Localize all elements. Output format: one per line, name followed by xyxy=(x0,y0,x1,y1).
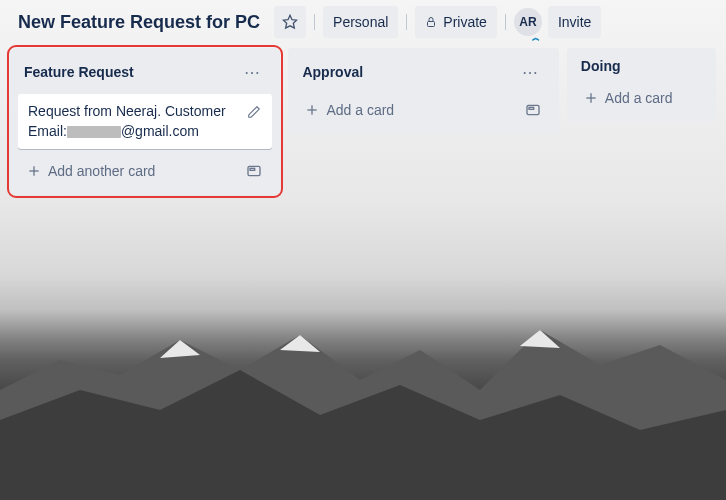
board-title[interactable]: New Feature Request for PC xyxy=(10,10,268,35)
add-card-label: Add a card xyxy=(605,90,673,106)
list-footer: Add a card xyxy=(296,94,550,126)
privacy-button[interactable]: Private xyxy=(415,6,497,38)
avatar-initials: AR xyxy=(519,15,536,29)
separator xyxy=(505,14,506,30)
edit-card-button[interactable] xyxy=(242,100,266,124)
list-header: Feature Request ⋯ xyxy=(18,56,272,88)
add-card-label: Add a card xyxy=(326,102,394,118)
separator xyxy=(314,14,315,30)
workspace-visibility-button[interactable]: Personal xyxy=(323,6,398,38)
plus-icon xyxy=(304,102,320,118)
card[interactable]: Request from Neeraj. Customer Email:@gma… xyxy=(18,94,272,149)
list-menu-button[interactable]: ⋯ xyxy=(517,58,545,86)
svg-rect-9 xyxy=(529,107,534,109)
add-card-button[interactable]: Add a card xyxy=(302,98,520,122)
add-card-button[interactable]: Add another card xyxy=(24,159,242,183)
pencil-icon xyxy=(247,105,261,119)
star-button[interactable] xyxy=(274,6,306,38)
list-title[interactable]: Approval xyxy=(302,64,516,80)
list-approval: Approval ⋯ Add a card xyxy=(288,48,558,134)
list-feature-request: Feature Request ⋯ Request from Neeraj. C… xyxy=(10,48,280,195)
plus-icon xyxy=(26,163,42,179)
template-icon xyxy=(525,102,541,118)
background-image xyxy=(0,300,726,500)
svg-marker-0 xyxy=(283,15,296,28)
member-avatar[interactable]: AR ︽ xyxy=(514,8,542,36)
add-card-button[interactable]: Add a card xyxy=(581,86,702,110)
card-text-line2: Email:@gmail.com xyxy=(28,122,262,142)
invite-button[interactable]: Invite xyxy=(548,6,601,38)
list-title[interactable]: Doing xyxy=(581,58,702,74)
card-template-button[interactable] xyxy=(242,159,266,183)
list-doing: Doing Add a card xyxy=(567,48,716,122)
lock-icon xyxy=(425,16,437,28)
template-icon xyxy=(246,163,262,179)
plus-icon xyxy=(583,90,599,106)
svg-rect-5 xyxy=(250,169,255,171)
card-template-button[interactable] xyxy=(521,98,545,122)
list-header: Approval ⋯ xyxy=(296,56,550,88)
redacted-text xyxy=(67,126,121,138)
add-card-label: Add another card xyxy=(48,163,155,179)
list-title[interactable]: Feature Request xyxy=(24,64,238,80)
privacy-label: Private xyxy=(443,14,487,30)
board-header: New Feature Request for PC Personal Priv… xyxy=(0,0,726,44)
svg-rect-1 xyxy=(428,22,435,27)
list-menu-button[interactable]: ⋯ xyxy=(238,58,266,86)
list-header: Doing xyxy=(575,56,708,76)
chevron-double-icon: ︽ xyxy=(532,36,540,40)
more-icon: ⋯ xyxy=(244,63,261,82)
separator xyxy=(406,14,407,30)
more-icon: ⋯ xyxy=(522,63,539,82)
list-footer: Add another card xyxy=(18,155,272,187)
card-text-line1: Request from Neeraj. Customer xyxy=(28,102,262,122)
board-canvas: Feature Request ⋯ Request from Neeraj. C… xyxy=(0,44,726,199)
star-icon xyxy=(282,14,298,30)
list-footer: Add a card xyxy=(575,82,708,114)
